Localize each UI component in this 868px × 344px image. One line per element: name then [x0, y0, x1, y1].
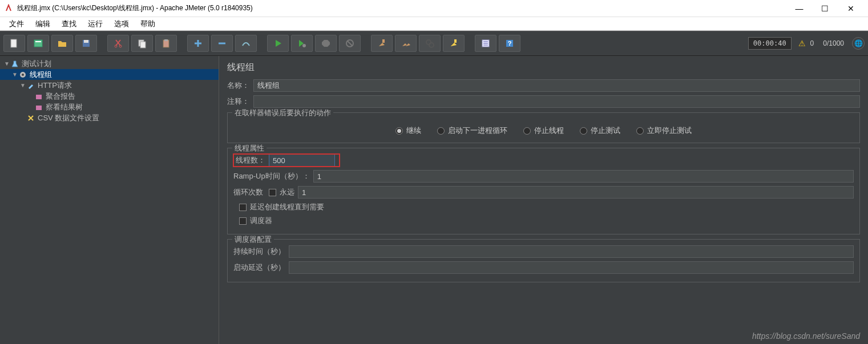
delay-row: 启动延迟（秒）: [233, 261, 854, 274]
loop-label: 循环次数: [233, 187, 263, 197]
duration-row: 持续时间（秒）: [233, 245, 854, 258]
scheduler-legend: 调度器配置: [232, 234, 274, 245]
save-button[interactable]: [75, 35, 97, 52]
shutdown-button[interactable]: [339, 35, 361, 52]
menubar: 文件 编辑 查找 运行 选项 帮助: [0, 17, 868, 31]
svg-rect-8: [140, 42, 146, 48]
warning-count: 0: [810, 39, 814, 47]
rampup-row: Ramp-Up时间（秒）：: [233, 170, 854, 183]
duration-input[interactable]: [289, 245, 854, 258]
svg-rect-31: [36, 106, 42, 110]
window-title: 线程组.jmx (C:\Users\kc\Desktop\线程组.jmx) - …: [17, 3, 786, 13]
warning-icon[interactable]: ⚠: [798, 39, 806, 48]
error-action-fieldset: 在取样器错误后要执行的动作 继续 启动下一进程循环 停止线程 停止测试 立即停止…: [227, 112, 860, 143]
paste-button[interactable]: [155, 35, 177, 52]
function-helper-button[interactable]: [475, 35, 496, 52]
delay-create-label: 延迟创建线程直到需要: [250, 202, 324, 212]
forever-checkbox[interactable]: [269, 189, 276, 196]
comment-label: 注释：: [227, 96, 253, 107]
tree-panel: ▼ 测试计划 ▼ 线程组 ▼ HTTP请求 聚合报告 察看结果树 CSV 数据: [0, 56, 219, 344]
svg-point-14: [302, 44, 306, 47]
elapsed-time: 00:00:40: [748, 37, 792, 50]
open-button[interactable]: [51, 35, 73, 52]
name-label: 名称：: [227, 80, 253, 91]
expand-button[interactable]: [187, 35, 209, 52]
tree-label: 线程组: [30, 70, 52, 80]
tree-http-request[interactable]: ▼ HTTP请求: [0, 80, 219, 91]
tree-test-plan[interactable]: ▼ 测试计划: [0, 58, 219, 69]
svg-rect-10: [164, 39, 168, 41]
threads-input[interactable]: [269, 154, 335, 167]
window-titlebar: 线程组.jmx (C:\Users\kc\Desktop\线程组.jmx) - …: [0, 0, 868, 17]
tree-label: 聚合报告: [46, 91, 75, 102]
new-button[interactable]: [3, 35, 25, 52]
svg-rect-0: [11, 39, 17, 47]
duration-label: 持续时间（秒）: [233, 246, 285, 257]
flask-icon: [10, 59, 19, 68]
panel-title: 线程组: [227, 62, 860, 74]
startup-delay-input[interactable]: [289, 261, 854, 274]
report-icon: [34, 92, 43, 101]
app-icon: [5, 4, 14, 13]
tree-csv-config[interactable]: CSV 数据文件设置: [0, 112, 219, 123]
active-threads: 0/1000: [823, 39, 844, 47]
loop-input[interactable]: [298, 186, 854, 199]
svg-rect-2: [35, 41, 41, 42]
delay-create-checkbox[interactable]: [239, 204, 247, 211]
comment-row: 注释：: [227, 95, 860, 108]
radio-stop-now[interactable]: 立即停止测试: [636, 126, 692, 136]
scheduler-fieldset: 调度器配置 持续时间（秒） 启动延迟（秒）: [227, 239, 860, 282]
radio-next-loop[interactable]: 启动下一进程循环: [437, 126, 507, 136]
scheduler-row: 调度器: [233, 216, 854, 226]
svg-rect-30: [36, 95, 42, 99]
menu-file[interactable]: 文件: [3, 18, 30, 30]
menu-search[interactable]: 查找: [56, 18, 82, 30]
clear-all-button[interactable]: [395, 35, 417, 52]
search-button[interactable]: [419, 35, 441, 52]
startup-delay-label: 启动延迟（秒）: [233, 262, 285, 273]
reset-search-button[interactable]: [443, 35, 465, 52]
rampup-label: Ramp-Up时间（秒）：: [233, 171, 310, 181]
start-button[interactable]: [267, 35, 289, 52]
radio-stop-thread[interactable]: 停止线程: [523, 126, 564, 136]
name-input[interactable]: [253, 79, 860, 92]
help-button[interactable]: ?: [499, 35, 520, 52]
scheduler-checkbox[interactable]: [239, 217, 247, 225]
threads-label: 线程数：: [233, 155, 265, 165]
stop-button[interactable]: [315, 35, 337, 52]
radio-continue[interactable]: 继续: [395, 126, 421, 136]
tree-thread-group[interactable]: ▼ 线程组: [0, 69, 219, 80]
tree-label: HTTP请求: [38, 80, 72, 91]
maximize-button[interactable]: ☐: [812, 1, 838, 17]
tree-aggregate-report[interactable]: 聚合报告: [0, 91, 219, 102]
collapse-button[interactable]: [211, 35, 233, 52]
globe-icon[interactable]: 🌐: [852, 37, 865, 50]
copy-button[interactable]: [131, 35, 153, 52]
start-no-pause-button[interactable]: [291, 35, 313, 52]
menu-edit[interactable]: 编辑: [30, 18, 56, 30]
watermark: https://blog.csdn.net/sureSand: [752, 331, 860, 341]
svg-text:?: ?: [508, 40, 512, 47]
scheduler-label: 调度器: [250, 216, 272, 226]
menu-help[interactable]: 帮助: [135, 18, 161, 30]
svg-line-17: [348, 41, 352, 46]
name-row: 名称：: [227, 79, 860, 92]
menu-options[interactable]: 选项: [108, 18, 135, 30]
gear-icon: [18, 70, 27, 79]
comment-input[interactable]: [253, 95, 860, 108]
wrench-icon: [26, 114, 35, 123]
menu-run[interactable]: 运行: [82, 18, 108, 30]
radio-stop-test[interactable]: 停止测试: [580, 126, 620, 136]
cut-button[interactable]: [107, 35, 129, 52]
loop-row: 循环次数 永远: [233, 186, 854, 199]
toggle-button[interactable]: [235, 35, 257, 52]
error-action-radios: 继续 启动下一进程循环 停止线程 停止测试 立即停止测试: [233, 119, 854, 138]
tree-view-results-tree[interactable]: 察看结果树: [0, 102, 219, 112]
rampup-input[interactable]: [313, 170, 854, 183]
clear-button[interactable]: [371, 35, 393, 52]
threads-row: 线程数：: [233, 154, 340, 167]
templates-button[interactable]: [27, 35, 49, 52]
close-button[interactable]: ✕: [838, 1, 863, 17]
toolbar: ? 00:00:40 ⚠ 0 0/1000 🌐: [0, 31, 868, 56]
minimize-button[interactable]: —: [786, 1, 812, 17]
